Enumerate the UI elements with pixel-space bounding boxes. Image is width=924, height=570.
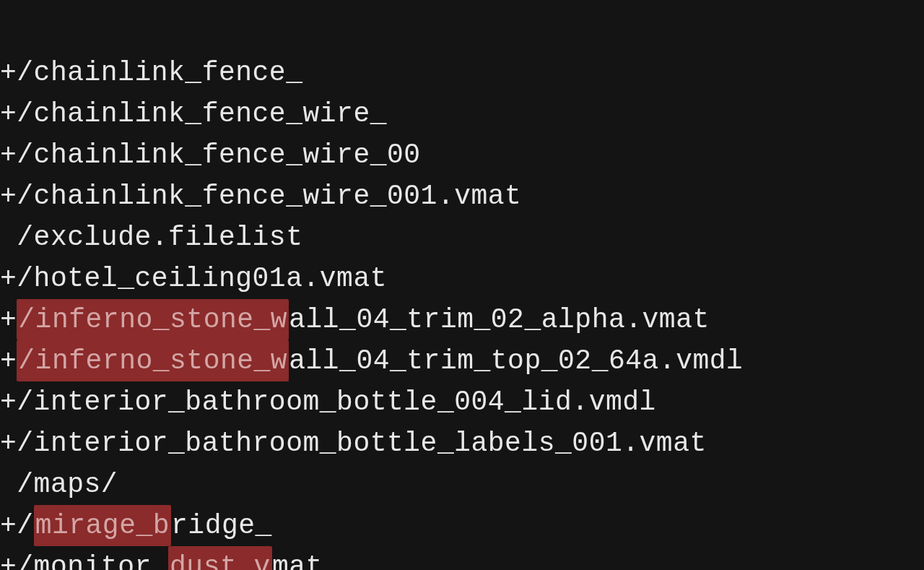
plain-text: all_04_trim_02_alpha.vmat [289,304,710,335]
diff-lines: +/chainlink_fence_+/chainlink_fence_wire… [0,52,924,570]
highlighted-text: mirage_b [34,505,171,546]
plain-text: /monitor_ [17,551,168,570]
plain-text: mat [272,551,323,570]
highlighted-text: /inferno_stone_w [17,299,289,340]
diff-prefix: + [0,98,17,129]
diff-prefix: + [0,387,17,418]
diff-line: +/chainlink_fence_wire_ [0,93,924,134]
diff-prefix [0,222,17,253]
plain-text: /maps/ [17,469,118,500]
diff-prefix: + [0,263,17,294]
diff-line: +/interior_bathroom_bottle_004_lid.vmdl [0,381,924,423]
diff-prefix: + [0,181,17,212]
diff-line: +/hotel_ceiling01a.vmat [0,258,924,299]
highlighted-text: dust.v [168,546,272,570]
diff-line: +/chainlink_fence_wire_00 [0,134,924,176]
diff-output-container: +/chainlink_fence_+/chainlink_fence_wire… [0,0,924,570]
diff-line: +/chainlink_fence_wire_001.vmat [0,176,924,217]
diff-prefix: + [0,551,17,570]
plain-text: /interior_bathroom_bottle_004_lid.vmdl [17,387,656,418]
diff-prefix: + [0,510,17,541]
diff-line: +/inferno_stone_wall_04_trim_02_alpha.vm… [0,299,924,340]
diff-prefix: + [0,57,17,88]
plain-text: /chainlink_fence_wire_001.vmat [17,181,521,212]
diff-line: +/chainlink_fence_ [0,52,924,93]
highlighted-text: /inferno_stone_w [17,340,289,381]
diff-prefix: + [0,139,17,170]
plain-text: all_04_trim_top_02_64a.vmdl [289,345,743,376]
diff-line: +/monitor_dust.vmat [0,546,924,570]
diff-prefix [0,469,17,500]
plain-text: /exclude.filelist [17,222,302,253]
plain-text: /chainlink_fence_wire_00 [17,139,420,170]
plain-text: /interior_bathroom_bottle_labels_001.vma… [17,428,706,459]
diff-line: +/interior_bathroom_bottle_labels_001.vm… [0,423,924,464]
diff-line: +/inferno_stone_wall_04_trim_top_02_64a.… [0,340,924,381]
plain-text: /chainlink_fence_ [17,57,302,88]
plain-text: ridge_ [171,510,272,541]
diff-prefix: + [0,304,17,335]
diff-line: +/mirage_bridge_ [0,505,924,546]
plain-text: /hotel_ceiling01a.vmat [17,263,387,294]
diff-line: /maps/ [0,464,924,505]
diff-prefix: + [0,345,17,376]
plain-text: /chainlink_fence_wire_ [17,98,387,129]
diff-prefix: + [0,428,17,459]
plain-text: / [17,510,33,541]
diff-line: /exclude.filelist [0,217,924,258]
